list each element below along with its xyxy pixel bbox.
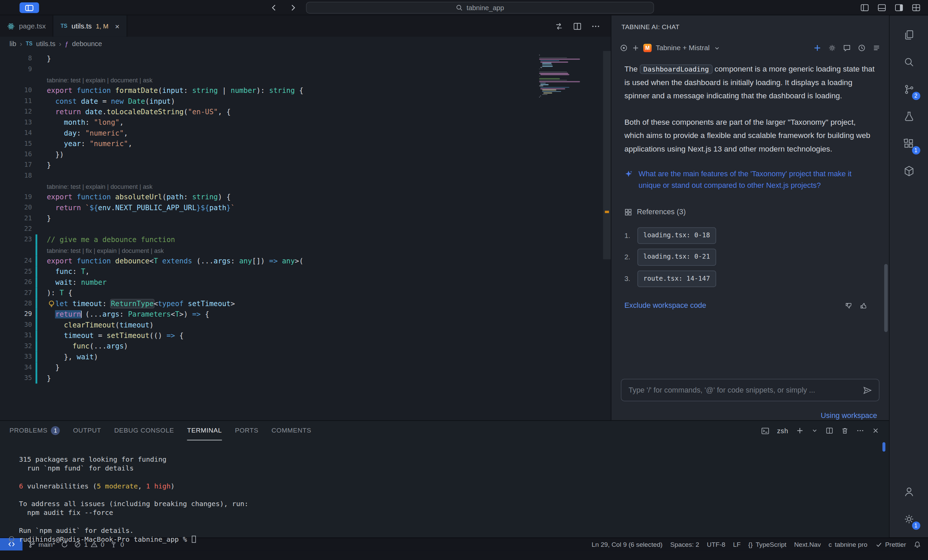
tab-problems[interactable]: PROBLEMS 1 xyxy=(9,421,60,441)
reference-item[interactable]: 2. loading.tsx: 0-21 xyxy=(624,249,876,266)
thumbs-down-icon[interactable] xyxy=(845,302,853,310)
breadcrumb-symbol[interactable]: debounce xyxy=(72,40,102,47)
source-control-icon[interactable]: 2 xyxy=(895,76,922,103)
explorer-icon[interactable] xyxy=(895,21,922,49)
settings-gear-icon[interactable]: 1 xyxy=(895,505,922,533)
model-selector-label[interactable]: Tabnine + Mistral xyxy=(656,44,710,52)
add-icon[interactable] xyxy=(632,44,639,52)
settings-gear-icon[interactable] xyxy=(828,44,836,52)
codelens-row[interactable]: tabnine: test | explain | document | ask xyxy=(0,75,611,85)
terminal[interactable]: 315 packages are looking for funding run… xyxy=(0,440,889,544)
chat-scrollbar-thumb[interactable] xyxy=(884,264,888,332)
minimap[interactable] xyxy=(539,55,601,98)
toggle-bottom-panel-icon[interactable] xyxy=(877,3,887,12)
editor-scrollbar-thumb[interactable] xyxy=(603,51,611,259)
split-editor-icon[interactable] xyxy=(573,22,582,31)
kill-terminal-icon[interactable] xyxy=(841,427,849,435)
history-icon[interactable] xyxy=(858,44,865,52)
code-line-25[interactable]: 25 func: T, xyxy=(0,266,611,277)
code-line-34[interactable]: 34 } xyxy=(0,362,611,373)
customize-layout-icon[interactable] xyxy=(911,3,921,12)
thumbs-up-icon[interactable] xyxy=(860,302,868,310)
history-back-button[interactable] xyxy=(267,2,280,14)
panel-more-icon[interactable] xyxy=(856,427,864,435)
tab-comments[interactable]: COMMENTS xyxy=(272,421,311,441)
codelens-row[interactable]: tabnine: test | fix | explain | document… xyxy=(0,245,611,256)
codelens-action-fix[interactable]: fix xyxy=(86,247,92,254)
code-line-27[interactable]: 27): T { xyxy=(0,288,611,298)
tab-ports[interactable]: PORTS xyxy=(235,421,258,441)
code-line-18[interactable]: 18 xyxy=(0,171,611,181)
code-line-26[interactable]: 26 wait: number xyxy=(0,277,611,287)
close-panel-icon[interactable] xyxy=(872,427,879,435)
code-line-10[interactable]: 10export function formatDate(input: stri… xyxy=(0,85,611,96)
command-decoration-icon[interactable] xyxy=(9,536,14,542)
terminal-prompt-line[interactable]: rudihinds@Rudis-MacBook-Pro tabnine_app … xyxy=(19,535,889,544)
codelens-action-explain[interactable]: explain xyxy=(86,76,105,83)
toggle-right-sidebar-icon[interactable] xyxy=(894,3,904,12)
reference-item[interactable]: 1. loading.tsx: 0-18 xyxy=(624,227,876,244)
tab-page-tsx[interactable]: page.tsx xyxy=(0,15,53,37)
codelens-action-document[interactable]: document xyxy=(110,76,138,83)
code-line-9[interactable]: 9 xyxy=(0,64,611,75)
shell-name[interactable]: zsh xyxy=(777,427,788,434)
codelens-action-ask[interactable]: ask xyxy=(143,183,153,190)
chevron-down-icon[interactable] xyxy=(714,45,720,51)
codelens-action-ask[interactable]: ask xyxy=(154,247,164,254)
breadcrumb-file[interactable]: utils.ts xyxy=(36,40,56,47)
suggested-question[interactable]: What are the main features of the 'Taxon… xyxy=(624,169,876,191)
using-workspace-button[interactable]: Using workspace xyxy=(821,412,877,420)
send-icon[interactable] xyxy=(863,386,872,395)
code-line-28[interactable]: 28 let timeout: ReturnType<typeof setTim… xyxy=(0,298,611,309)
code-line-17[interactable]: 17} xyxy=(0,160,611,170)
breadcrumb[interactable]: lib › TS utils.ts › ƒ debounce xyxy=(0,37,611,51)
breadcrumb-folder[interactable]: lib xyxy=(9,40,16,47)
code-line-14[interactable]: 14 day: "numeric", xyxy=(0,128,611,138)
codelens-action-explain[interactable]: explain xyxy=(97,247,117,254)
open-changes-icon[interactable] xyxy=(554,22,563,31)
code-line-32[interactable]: 32 func(...args) xyxy=(0,341,611,351)
reference-link[interactable]: route.tsx: 14-147 xyxy=(638,270,716,287)
conversation-list-icon[interactable] xyxy=(872,44,881,52)
code-line-15[interactable]: 15 year: "numeric", xyxy=(0,139,611,149)
codelens-action-document[interactable]: document xyxy=(122,247,149,254)
notifications-bell-icon[interactable] xyxy=(914,541,921,548)
test-beaker-icon[interactable] xyxy=(895,103,922,130)
more-actions-icon[interactable] xyxy=(591,22,600,31)
toggle-left-sidebar-icon[interactable] xyxy=(860,3,869,12)
close-tab-icon[interactable]: × xyxy=(115,22,119,31)
code-editor[interactable]: 8}9tabnine: test | explain | document | … xyxy=(0,51,611,420)
codelens-action-test[interactable]: test xyxy=(70,183,81,190)
code-line-23[interactable]: 23// give me a debounce function xyxy=(0,234,611,245)
lightbulb-icon[interactable] xyxy=(48,300,55,307)
tab-terminal[interactable]: TERMINAL xyxy=(187,421,222,441)
code-line-16[interactable]: 16 }) xyxy=(0,149,611,160)
codelens-action-test[interactable]: test xyxy=(70,247,81,254)
tab-utils-ts[interactable]: TS utils.ts 1, M × xyxy=(53,15,127,37)
search-icon[interactable] xyxy=(895,49,922,76)
code-line-11[interactable]: 11 const date = new Date(input) xyxy=(0,96,611,107)
code-line-35[interactable]: 35} xyxy=(0,373,611,383)
code-line-33[interactable]: 33 }, wait) xyxy=(0,351,611,362)
reference-link[interactable]: loading.tsx: 0-18 xyxy=(638,227,716,244)
extensions-icon[interactable]: 1 xyxy=(895,130,922,157)
split-terminal-icon[interactable] xyxy=(826,427,833,435)
code-line-12[interactable]: 12 return date.toLocaleDateString("en-US… xyxy=(0,107,611,117)
reference-link[interactable]: loading.tsx: 0-21 xyxy=(638,249,716,266)
exclude-workspace-link[interactable]: Exclude workspace code xyxy=(624,299,706,312)
code-line-13[interactable]: 13 month: "long", xyxy=(0,117,611,128)
new-conversation-icon[interactable] xyxy=(813,44,821,52)
chat-input[interactable]: Type '/' for commands, '@' for code snip… xyxy=(621,379,879,401)
terminal-scrollbar-thumb[interactable] xyxy=(882,442,886,452)
reference-item[interactable]: 3. route.tsx: 14-147 xyxy=(624,270,876,287)
editor-scrollbar[interactable] xyxy=(603,51,611,420)
history-forward-button[interactable] xyxy=(286,2,299,14)
tab-output[interactable]: OUTPUT xyxy=(73,421,101,441)
code-line-24[interactable]: 24export function debounce<T extends (..… xyxy=(0,256,611,266)
code-line-31[interactable]: 31 timeout = setTimeout(() => { xyxy=(0,330,611,341)
references-header[interactable]: References (3) xyxy=(624,205,876,219)
comment-icon[interactable] xyxy=(843,44,851,52)
codelens-action-explain[interactable]: explain xyxy=(86,183,105,190)
app-menu-button[interactable] xyxy=(20,2,39,13)
tabnine-icon[interactable] xyxy=(895,157,922,185)
